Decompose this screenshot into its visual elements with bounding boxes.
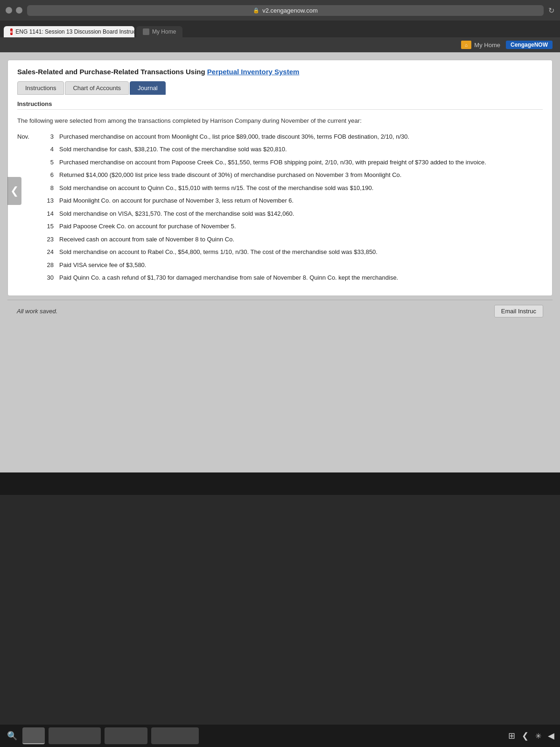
transaction-day: 6 bbox=[41, 170, 59, 180]
window-btn-1 bbox=[6, 7, 12, 14]
tab-chart-of-accounts-label: Chart of Accounts bbox=[73, 85, 121, 92]
transaction-text: Paid Papoose Creek Co. on account for pu… bbox=[59, 222, 543, 231]
card-body: Sales-Related and Purchase-Related Trans… bbox=[8, 60, 552, 296]
title-prefix: Sales-Related and Purchase-Related Trans… bbox=[17, 68, 207, 76]
bottom-bar: All work saved. Email Instruc bbox=[7, 300, 553, 322]
taskbar-item-label-3 bbox=[112, 733, 140, 739]
email-instructor-label: Email Instruc bbox=[501, 308, 536, 315]
outer-wrapper: ❮ Sales-Related and Purchase-Related Tra… bbox=[7, 60, 553, 322]
all-work-saved-text: All work saved. bbox=[17, 308, 57, 315]
taskbar-item-icon-1 bbox=[30, 733, 37, 738]
my-home-button[interactable]: ⌂ My Home bbox=[461, 41, 500, 49]
tab-extra-icon bbox=[143, 28, 149, 35]
table-row: 30 Paid Quinn Co. a cash refund of $1,73… bbox=[17, 273, 543, 282]
transaction-text: Purchased merchandise on account from Pa… bbox=[59, 158, 543, 167]
taskbar-item-label-2 bbox=[56, 733, 93, 739]
taskbar: 🔍 ⊞ ❮ ✳ ◀ bbox=[0, 725, 560, 747]
main-content: ❮ Sales-Related and Purchase-Related Tra… bbox=[0, 52, 560, 472]
content-card: Sales-Related and Purchase-Related Trans… bbox=[7, 60, 553, 296]
transaction-month: Nov. bbox=[17, 132, 41, 141]
table-row: 24 Sold merchandise on account to Rabel … bbox=[17, 247, 543, 257]
taskbar-item-4[interactable] bbox=[151, 727, 199, 744]
table-row: 13 Paid Moonlight Co. on account for pur… bbox=[17, 196, 543, 205]
taskbar-search-icon[interactable]: 🔍 bbox=[6, 729, 19, 742]
tab-instructions-label: Instructions bbox=[25, 85, 56, 92]
tab-journal-label: Journal bbox=[138, 85, 158, 92]
transaction-day: 24 bbox=[41, 247, 59, 257]
nav-back-icon: ❮ bbox=[10, 185, 19, 197]
transaction-month bbox=[17, 222, 41, 231]
transaction-text: Sold merchandise for cash, $38,210. The … bbox=[59, 145, 543, 154]
nav-back-button[interactable]: ❮ bbox=[7, 177, 21, 205]
taskbar-grid-icon[interactable]: ⊞ bbox=[508, 731, 515, 741]
taskbar-item-2[interactable] bbox=[49, 727, 101, 744]
table-row: 23 Received cash on account from sale of… bbox=[17, 235, 543, 244]
table-row: 8 Sold merchandise on account to Quinn C… bbox=[17, 183, 543, 193]
table-row: 28 Paid VISA service fee of $3,580. bbox=[17, 261, 543, 270]
transaction-month bbox=[17, 273, 41, 282]
lock-icon: 🔒 bbox=[253, 7, 259, 14]
transaction-day: 5 bbox=[41, 158, 59, 167]
transaction-day: 23 bbox=[41, 235, 59, 244]
transaction-day: 28 bbox=[41, 261, 59, 270]
transaction-month bbox=[17, 158, 41, 167]
browser-tab-label: ENG 1141: Session 13 Discussion Board In… bbox=[15, 28, 134, 35]
taskbar-item-1[interactable] bbox=[22, 727, 45, 744]
window-controls bbox=[6, 7, 22, 14]
transaction-day: 8 bbox=[41, 183, 59, 193]
table-row: 15 Paid Papoose Creek Co. on account for… bbox=[17, 222, 543, 231]
transaction-month bbox=[17, 145, 41, 154]
tab-favicon: E bbox=[10, 28, 13, 35]
transaction-day: 14 bbox=[41, 209, 59, 218]
transaction-text: Paid Moonlight Co. on account for purcha… bbox=[59, 196, 543, 205]
email-instructor-button[interactable]: Email Instruc bbox=[494, 305, 543, 317]
transaction-month bbox=[17, 261, 41, 270]
taskbar-item-3[interactable] bbox=[105, 727, 147, 744]
table-row: 4 Sold merchandise for cash, $38,210. Th… bbox=[17, 145, 543, 154]
cengage-badge-label: CengageNOW bbox=[511, 42, 548, 48]
address-text: v2.cengagenow.com bbox=[262, 7, 318, 14]
transaction-month bbox=[17, 209, 41, 218]
transaction-text: Sold merchandise on VISA, $231,570. The … bbox=[59, 209, 543, 218]
cengage-badge[interactable]: CengageNOW bbox=[506, 41, 553, 49]
table-row: Nov. 3 Purchased merchandise on account … bbox=[17, 132, 543, 141]
refresh-icon[interactable]: ↻ bbox=[548, 6, 554, 15]
taskbar-settings-icon[interactable]: ✳ bbox=[535, 732, 541, 740]
page-title: Sales-Related and Purchase-Related Trans… bbox=[17, 68, 543, 76]
home-icon: ⌂ bbox=[461, 41, 471, 49]
transactions-list: Nov. 3 Purchased merchandise on account … bbox=[17, 132, 543, 282]
taskbar-audio-icon[interactable]: ◀ bbox=[548, 731, 554, 741]
transaction-text: Received cash on account from sale of No… bbox=[59, 235, 543, 244]
transaction-text: Paid VISA service fee of $3,580. bbox=[59, 261, 543, 270]
transaction-text: Returned $14,000 ($20,000 list price les… bbox=[59, 170, 543, 180]
transaction-day: 15 bbox=[41, 222, 59, 231]
taskbar-back-icon[interactable]: ❮ bbox=[522, 731, 529, 741]
tab-navigation: Instructions Chart of Accounts Journal bbox=[17, 81, 543, 95]
tab-chart-of-accounts[interactable]: Chart of Accounts bbox=[65, 81, 129, 95]
transaction-day: 13 bbox=[41, 196, 59, 205]
transaction-text: Purchased merchandise on account from Mo… bbox=[59, 132, 543, 141]
tab-journal[interactable]: Journal bbox=[130, 81, 166, 95]
window-btn-2 bbox=[16, 7, 22, 14]
transaction-day: 3 bbox=[41, 132, 59, 141]
transaction-month bbox=[17, 235, 41, 244]
taskbar-right: ⊞ ❮ ✳ ◀ bbox=[508, 731, 554, 741]
toolbar-row: ⌂ My Home CengageNOW bbox=[0, 37, 560, 52]
table-row: 5 Purchased merchandise on account from … bbox=[17, 158, 543, 167]
browser-tab-active[interactable]: E ENG 1141: Session 13 Discussion Board … bbox=[4, 26, 134, 37]
intro-text: The following were selected from among t… bbox=[17, 116, 543, 126]
browser-chrome: 🔒 v2.cengagenow.com ↻ bbox=[0, 0, 560, 21]
taskbar-item-label-4 bbox=[159, 733, 191, 739]
address-bar[interactable]: 🔒 v2.cengagenow.com bbox=[27, 5, 544, 16]
transaction-month bbox=[17, 247, 41, 257]
tab-extra-label: My Home bbox=[152, 28, 176, 35]
my-home-label: My Home bbox=[474, 42, 500, 49]
transaction-day: 4 bbox=[41, 145, 59, 154]
section-header-text: Instructions bbox=[17, 100, 52, 107]
tab-bar: E ENG 1141: Session 13 Discussion Board … bbox=[0, 21, 560, 37]
transaction-day: 30 bbox=[41, 273, 59, 282]
tab-instructions[interactable]: Instructions bbox=[17, 81, 64, 95]
browser-tab-extra[interactable]: My Home bbox=[136, 26, 182, 37]
title-link[interactable]: Perpetual Inventory System bbox=[207, 68, 300, 76]
transaction-text: Paid Quinn Co. a cash refund of $1,730 f… bbox=[59, 273, 543, 282]
